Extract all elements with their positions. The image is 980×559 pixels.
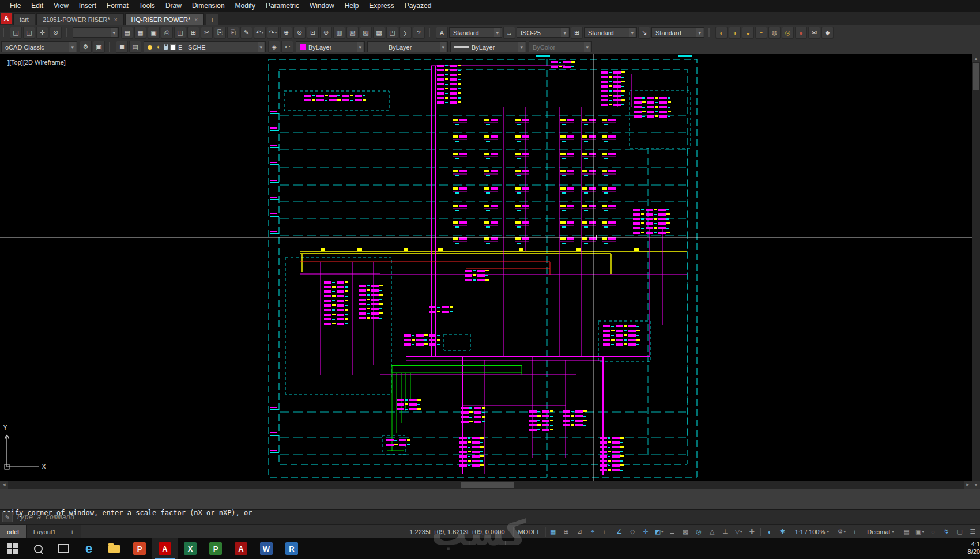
scroll-left-icon[interactable]: ◀ <box>0 481 8 489</box>
toolbar-grip[interactable] <box>66 28 69 37</box>
save-icon[interactable]: ▣ <box>148 27 160 39</box>
layer-thaw-icon[interactable]: ☀ <box>154 44 161 51</box>
table-style-icon[interactable]: ⊞ <box>571 27 583 39</box>
plot-preview-icon[interactable]: ◫ <box>174 27 186 39</box>
text-style-icon[interactable]: A <box>436 27 448 39</box>
layer-tools-6-icon[interactable]: ◎ <box>782 27 794 39</box>
layout-tab-odel[interactable]: odel <box>0 525 27 538</box>
snap-to-midpoint-icon[interactable]: ◲ <box>23 27 35 39</box>
taskbar-edge-icon[interactable]: e <box>76 538 101 559</box>
quickcalc-icon[interactable]: ∑ <box>399 27 412 39</box>
quick-properties-icon[interactable]: ▤ <box>900 527 913 537</box>
isolate-objects-icon[interactable]: ◌ <box>927 527 939 537</box>
taskbar-powerpoint-icon[interactable]: P <box>127 538 152 559</box>
layer-tools-5-icon[interactable]: ◍ <box>768 27 781 39</box>
menu-tools[interactable]: Tools <box>134 1 160 11</box>
sheet-set-manager-icon[interactable]: ▩ <box>373 27 385 39</box>
file-tab[interactable]: HQ-RISER POWER*× <box>125 13 205 25</box>
redo-icon[interactable]: ↷▾ <box>267 27 279 39</box>
menu-payazed[interactable]: Payazed <box>399 1 437 11</box>
layer-properties-manager-icon[interactable]: ≣ <box>116 41 128 53</box>
render-icon[interactable]: ◆ <box>821 27 834 39</box>
toolbar-grip[interactable] <box>109 42 112 52</box>
vertical-scroll-thumb[interactable] <box>973 63 979 90</box>
scroll-down-icon[interactable]: ▼ <box>972 481 980 489</box>
tool-palettes-icon[interactable]: ▨ <box>360 27 372 39</box>
application-button[interactable]: A <box>1 13 12 24</box>
multileader-style-combo[interactable]: Standard▾ <box>651 27 704 38</box>
pan-icon[interactable]: ⊕ <box>280 27 292 39</box>
quick-style-combo[interactable]: ▾ <box>73 27 119 38</box>
toolbar-grip[interactable] <box>429 28 432 37</box>
lineweight-combo[interactable]: ByLayer ▾ <box>450 41 526 52</box>
layer-combo[interactable]: ☀ E - SCHE ▾ <box>144 41 266 52</box>
menu-window[interactable]: Window <box>304 1 340 11</box>
isometric-drafting-icon[interactable]: ◇ <box>627 527 639 537</box>
layer-on-icon[interactable] <box>148 45 152 50</box>
designcenter-icon[interactable]: ▧ <box>346 27 359 39</box>
workspace-settings-icon[interactable]: ⚙ <box>80 41 92 53</box>
publish-icon[interactable]: ⊞ <box>187 27 199 39</box>
search-button[interactable] <box>25 538 51 559</box>
color-combo[interactable]: ByLayer ▾ <box>296 41 365 52</box>
zoom-realtime-icon[interactable]: ⊙ <box>293 27 306 39</box>
layer-previous-icon[interactable]: ↩ <box>281 41 293 53</box>
3d-object-snap-icon[interactable]: △ <box>706 527 718 537</box>
taskbar-excel-icon[interactable]: X <box>178 538 203 559</box>
taskbar-file-explorer-icon[interactable] <box>101 538 127 559</box>
menu-modify[interactable]: Modify <box>230 1 261 11</box>
multileader-style-icon[interactable]: ↘ <box>638 27 650 39</box>
layer-tools-4-icon[interactable]: ◓ <box>755 27 767 39</box>
menu-edit[interactable]: Edit <box>26 1 48 11</box>
zoom-previous-icon[interactable]: ⊘ <box>320 27 332 39</box>
menu-dimension[interactable]: Dimension <box>187 1 230 11</box>
snap-to-endpoint-icon[interactable]: ◱ <box>10 27 22 39</box>
text-style-combo[interactable]: Standard▾ <box>449 27 502 38</box>
zoom-window-icon[interactable]: ⊡ <box>307 27 319 39</box>
qnew-icon[interactable]: ▤ <box>121 27 133 39</box>
dynamic-ucs-icon[interactable]: ⊥ <box>719 527 732 537</box>
cut-icon[interactable]: ✂ <box>201 27 213 39</box>
taskbar-autocad-icon[interactable]: A <box>152 538 178 559</box>
object-snap-tracking-icon[interactable]: ✛ <box>640 527 652 537</box>
drawing-canvas[interactable]: YX <box>0 54 972 481</box>
viewport-controls[interactable]: —][Top][2D Wireframe] <box>1 59 66 66</box>
dynamic-input-icon[interactable]: ⌖ <box>587 527 599 537</box>
infer-constraints-icon[interactable]: ⊿ <box>574 527 586 537</box>
layer-unlock-icon[interactable] <box>164 46 168 50</box>
horizontal-scrollbar[interactable]: ◀ ▶ <box>0 481 972 489</box>
transparency-icon[interactable]: ▩ <box>680 527 692 537</box>
layer-tools-1-icon[interactable]: ◐ <box>715 27 728 39</box>
workspace-switching-icon[interactable]: ⚙▾ <box>835 527 847 537</box>
annotation-visibility-icon[interactable]: ◖ <box>763 527 775 537</box>
markup-set-manager-icon[interactable]: ◳ <box>386 27 398 39</box>
undo-icon[interactable]: ↶▾ <box>254 27 266 39</box>
menu-file[interactable]: File <box>5 1 26 11</box>
polar-tracking-icon[interactable]: ∠ <box>613 527 625 537</box>
autoscale-icon[interactable]: ✱ <box>777 527 789 537</box>
scroll-right-icon[interactable]: ▶ <box>964 481 972 489</box>
workspace-combo[interactable]: oCAD Classic ▾ <box>1 41 77 52</box>
properties-icon[interactable]: ▥ <box>333 27 345 39</box>
layer-tools-3-icon[interactable]: ◒ <box>742 27 754 39</box>
vertical-scrollbar[interactable]: ▲ ▼ <box>972 54 980 489</box>
model-space-button[interactable]: MODEL <box>513 527 546 537</box>
snap-to-intersection-icon[interactable]: ✛ <box>36 27 48 39</box>
layer-states-icon[interactable]: ▤ <box>129 41 141 53</box>
menu-format[interactable]: Format <box>101 1 134 11</box>
layer-tools-2-icon[interactable]: ◑ <box>729 27 741 39</box>
menu-draw[interactable]: Draw <box>160 1 187 11</box>
lineweight-display-icon[interactable]: ≣ <box>666 527 679 537</box>
dimension-style-combo[interactable]: ISO-25▾ <box>517 27 570 38</box>
taskbar-revit-icon[interactable]: R <box>279 538 304 559</box>
menu-express[interactable]: Express <box>364 1 399 11</box>
snap-mode-icon[interactable]: ⊞ <box>560 527 572 537</box>
menu-parametric[interactable]: Parametric <box>261 1 304 11</box>
lock-ui-icon[interactable]: ▣▾ <box>914 527 926 537</box>
horizontal-scroll-thumb[interactable] <box>461 482 514 488</box>
layer-tools-7-icon[interactable]: ● <box>795 27 807 39</box>
taskbar-project-icon[interactable]: P <box>203 538 228 559</box>
start-button[interactable] <box>0 538 25 559</box>
paste-icon[interactable]: ⎗ <box>227 27 239 39</box>
drawing-viewport[interactable]: YX —][Top][2D Wireframe] ▲ ▼ ◀ ▶ <box>0 54 980 489</box>
